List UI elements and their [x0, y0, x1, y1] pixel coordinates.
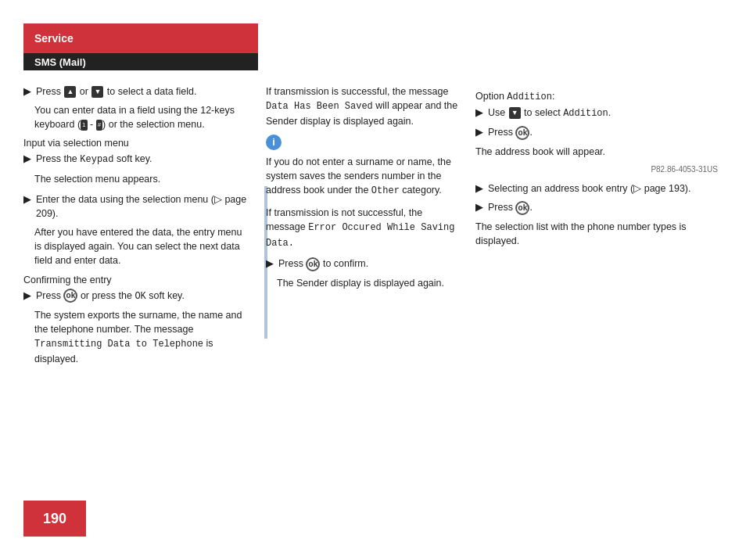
- bullet-use-down-text: Use ▼ to select Addition.: [488, 106, 611, 120]
- middle-column: If transmission is successful, the messa…: [266, 84, 461, 296]
- info-text: If you do not enter a surname or name, t…: [266, 155, 461, 199]
- bullet-selecting-text: Selecting an address book entry (▷ page …: [488, 181, 690, 196]
- page-number: 190: [43, 511, 66, 527]
- ok-button-icon-r: ok: [515, 126, 529, 140]
- para-transmission-success: If transmission is successful, the messa…: [266, 84, 461, 128]
- key-1: 1: [81, 120, 87, 131]
- ok-button-icon-r2: ok: [515, 201, 529, 215]
- arrow-icon-r4: ▶: [475, 201, 483, 213]
- bullet-press-ok-text: Press ok or press the OK soft key.: [36, 289, 185, 303]
- ds-caption: P82.86-4053-31US: [475, 165, 718, 174]
- bullet-selecting: ▶ Selecting an address book entry (▷ pag…: [475, 181, 718, 196]
- bullet-enter-data-text: Enter the data using the selection menu …: [36, 192, 250, 221]
- arrow-icon-m1: ▶: [266, 257, 274, 269]
- bullet-confirm: ▶ Press ok to confirm.: [266, 257, 461, 271]
- left-column: ▶ Press ▲ or ▼ to select a data field. Y…: [23, 84, 250, 372]
- arrow-icon-1: ▶: [23, 85, 31, 97]
- arrow-icon-r3: ▶: [475, 182, 483, 194]
- arrow-icon-4: ▶: [23, 289, 31, 301]
- note-selection-list: The selection list with the phone number…: [475, 220, 718, 248]
- section-header: SMS (Mail): [23, 53, 258, 70]
- arrow-icon-2: ▶: [23, 153, 31, 164]
- arrow-icon-3: ▶: [23, 193, 31, 205]
- ok-button-icon-m: ok: [306, 257, 320, 271]
- para-transmission-fail: If transmission is not successful, the m…: [266, 206, 461, 250]
- bullet-select-field: ▶ Press ▲ or ▼ to select a data field.: [23, 84, 250, 99]
- note-sender-display: The Sender display is displayed again.: [266, 276, 461, 290]
- page-number-footer: 190: [23, 501, 86, 537]
- bullet-select-address: ▶ Selecting an address book entry (▷ pag…: [475, 181, 718, 196]
- info-box: i If you do not enter a surname or name,…: [266, 135, 461, 199]
- section-label: SMS (Mail): [34, 56, 86, 68]
- note-selection-menu: The selection menu appears.: [23, 172, 250, 186]
- bullet-press-ok-r2: ▶ Press ok.: [475, 200, 718, 215]
- bullet-keypad-text: Press the Keypad soft key.: [36, 152, 152, 167]
- right-column: Option Addition: ▶ Use ▼ to select Addit…: [475, 84, 718, 254]
- bullet-press-ok: ▶ Press ok or press the OK soft key.: [23, 289, 250, 303]
- bullet-confirm-text: Press ok to confirm.: [278, 257, 368, 271]
- bullet-select-field-text: Press ▲ or ▼ to select a data field.: [36, 84, 196, 99]
- note-after-data: After you have entered the data, the ent…: [23, 225, 250, 267]
- note-exports: The system exports the surname, the name…: [23, 308, 250, 366]
- info-icon: i: [266, 135, 282, 150]
- bullet-press-ok-r: ▶ Press ok.: [475, 125, 718, 140]
- section-input-via: Input via selection menu: [23, 138, 250, 149]
- note-address-book: The address book will appear.: [475, 145, 718, 159]
- bullet-enter-data: ▶ Enter the data using the selection men…: [23, 192, 250, 221]
- note-keyboard: You can enter data in a field using the …: [23, 103, 250, 131]
- option-addition-label: Option Addition:: [475, 91, 718, 102]
- service-header: Service: [23, 23, 258, 53]
- service-label: Service: [34, 32, 74, 45]
- bullet-use-down: ▶ Use ▼ to select Addition.: [475, 106, 718, 120]
- bullet-press-ok-r2-text: Press ok.: [488, 200, 533, 215]
- section-confirming: Confirming the entry: [23, 275, 250, 285]
- up-arrow-key: ▲: [64, 86, 76, 98]
- arrow-icon-r1: ▶: [475, 106, 483, 118]
- down-arrow-key: ▼: [91, 86, 103, 98]
- key-hash: #: [96, 120, 102, 131]
- bullet-keypad: ▶ Press the Keypad soft key.: [23, 152, 250, 167]
- arrow-icon-r2: ▶: [475, 126, 483, 138]
- down-arrow-key-r: ▼: [509, 107, 521, 119]
- bullet-press-ok-r-text: Press ok.: [488, 125, 533, 140]
- ok-button-icon: ok: [63, 289, 77, 303]
